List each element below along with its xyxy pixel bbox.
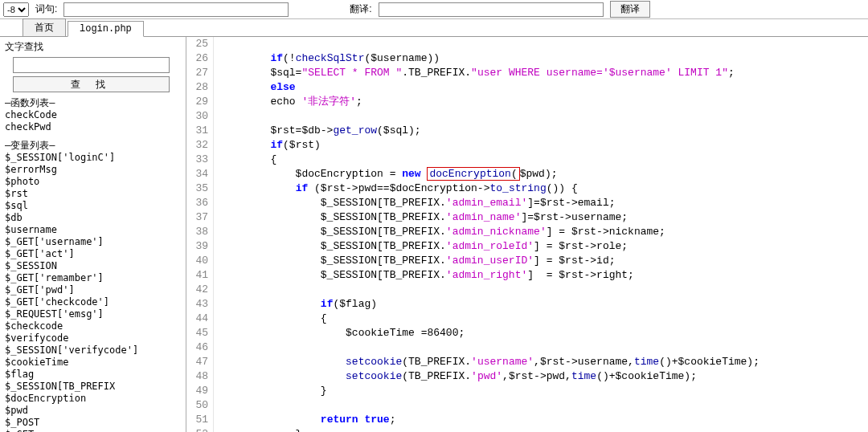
code-line[interactable]: $_SESSION[TB_PREFIX.'admin_nickname'] = … [220,225,760,239]
code-line[interactable]: $_SESSION[TB_PREFIX.'admin_right'] = $rs… [220,268,760,283]
search-input[interactable] [13,57,170,73]
line-number: 40 [186,254,208,268]
code-line[interactable]: setcookie(TB_PREFIX.'pwd',$rst->pwd,time… [220,369,760,384]
line-gutter: 2526272829303132333435363738394041424344… [186,37,214,432]
var-item[interactable]: $cookieTime [5,357,181,369]
code-line[interactable]: } [220,384,760,398]
code-line[interactable] [220,283,760,297]
code-line[interactable] [220,109,760,124]
code-line[interactable]: $cookieTime =86400; [220,326,760,340]
var-item[interactable]: $_SESSION[TB_PREFIX [5,381,181,393]
line-number: 29 [186,95,208,109]
code-line[interactable] [220,398,760,413]
translate-button[interactable]: 翻译 [610,1,650,18]
line-number: 50 [186,398,208,413]
line-number: 48 [186,369,208,384]
query-label: 词句: [35,2,57,16]
line-number: 43 [186,297,208,312]
tab-file[interactable]: login.php [68,21,144,37]
line-number: 30 [186,109,208,124]
line-number: 41 [186,268,208,283]
line-number: 31 [186,124,208,138]
query-input[interactable] [63,2,289,17]
code-line[interactable]: { [220,153,760,167]
func-item[interactable]: checkCode [5,109,181,121]
var-item[interactable]: $errorMsg [5,164,181,176]
code-line[interactable]: echo '非法字符'; [220,95,760,109]
code-line[interactable]: $_SESSION[TB_PREFIX.'admin_roleId'] = $r… [220,239,760,254]
search-button[interactable]: 查 找 [13,76,170,92]
line-number: 49 [186,384,208,398]
top-toolbar: -8 词句: 翻译: 翻译 [0,0,868,19]
search-label: 文字查找 [5,40,181,54]
code-line[interactable]: $sql="SELECT * FROM ".TB_PREFIX."user WH… [220,66,760,80]
var-item[interactable]: $_GET['remamber'] [5,272,181,284]
code-editor[interactable]: 2526272829303132333435363738394041424344… [186,37,868,432]
code-line[interactable]: $_SESSION[TB_PREFIX.'admin_userID'] = $r… [220,254,760,268]
line-number: 26 [186,51,208,66]
code-line[interactable]: if(!checkSqlStr($username)) [220,51,760,66]
main-area: 文字查找 查 找 —函数列表— checkCodecheckPwd —变量列表—… [0,37,868,432]
var-item[interactable]: $_GET['username'] [5,236,181,248]
code-line[interactable] [220,340,760,355]
var-item[interactable]: $_GET['checkcode'] [5,296,181,308]
code-line[interactable]: $rst=$db->get_row($sql); [220,124,760,138]
line-number: 47 [186,355,208,369]
code-line[interactable]: if($rst) [220,138,760,153]
symbol-list: —函数列表— checkCodecheckPwd —变量列表— $_SESSIO… [5,97,181,432]
encoding-select[interactable]: -8 [3,2,29,17]
code-line[interactable]: } [220,427,760,432]
func-item[interactable]: checkPwd [5,121,181,133]
var-item[interactable]: $_GET [5,429,181,432]
code-line[interactable]: $_SESSION[TB_PREFIX.'admin_email']=$rst-… [220,196,760,210]
line-number: 25 [186,37,208,51]
line-number: 37 [186,210,208,225]
line-number: 28 [186,80,208,95]
line-number: 52 [186,427,208,432]
line-number: 38 [186,225,208,239]
sidebar: 文字查找 查 找 —函数列表— checkCodecheckPwd —变量列表—… [0,37,186,432]
var-item[interactable]: $_SESSION [5,260,181,272]
tab-bar: 首页 login.php [0,19,868,37]
var-item[interactable]: $photo [5,176,181,188]
code-line[interactable]: if($flag) [220,297,760,312]
var-item[interactable]: $_GET['act'] [5,248,181,260]
translation-label: 翻译: [350,2,371,16]
line-number: 44 [186,312,208,326]
var-item[interactable]: $_POST [5,417,181,429]
line-number: 46 [186,340,208,355]
var-item[interactable]: $flag [5,369,181,381]
line-number: 32 [186,138,208,153]
line-number: 36 [186,196,208,210]
code-line[interactable]: { [220,312,760,326]
code-line[interactable]: setcookie(TB_PREFIX.'username',$rst->use… [220,355,760,369]
var-item[interactable]: $docEncryption [5,393,181,405]
line-number: 34 [186,167,208,181]
var-item[interactable]: $verifycode [5,332,181,344]
var-item[interactable]: $_REQUEST['emsg'] [5,308,181,320]
line-number: 27 [186,66,208,80]
line-number: 45 [186,326,208,340]
code-line[interactable]: $docEncryption = new docEncryption($pwd)… [220,167,760,181]
var-item[interactable]: $sql [5,200,181,212]
var-item[interactable]: $username [5,224,181,236]
code-line[interactable] [220,37,760,51]
tab-home[interactable]: 首页 [23,18,66,36]
line-number: 51 [186,413,208,427]
code-content[interactable]: if(!checkSqlStr($username)) $sql="SELECT… [214,37,760,432]
var-item[interactable]: $pwd [5,405,181,417]
line-number: 33 [186,153,208,167]
translation-input[interactable] [379,2,604,17]
line-number: 39 [186,239,208,254]
var-item[interactable]: $_SESSION['verifycode'] [5,344,181,357]
var-item[interactable]: $_SESSION['loginC'] [5,152,181,164]
code-line[interactable]: if ($rst->pwd==$docEncryption->to_string… [220,181,760,196]
var-item[interactable]: $rst [5,188,181,200]
var-item[interactable]: $_GET['pwd'] [5,284,181,296]
var-item[interactable]: $checkcode [5,320,181,332]
var-item[interactable]: $db [5,212,181,224]
line-number: 35 [186,181,208,196]
code-line[interactable]: else [220,80,760,95]
code-line[interactable]: $_SESSION[TB_PREFIX.'admin_name']=$rst->… [220,210,760,225]
code-line[interactable]: return true; [220,413,760,427]
